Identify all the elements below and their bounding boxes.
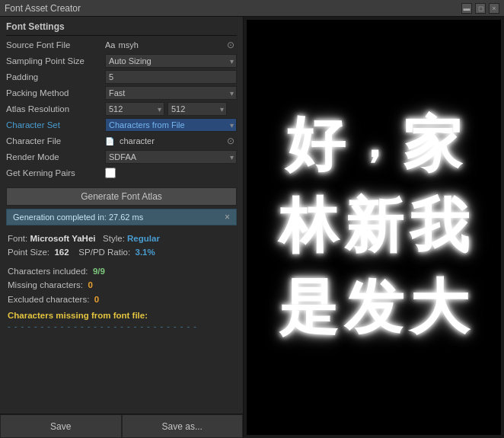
character-file-value: 📄 character ⊙ — [105, 135, 237, 147]
save-button[interactable]: Save — [0, 414, 122, 438]
font-name: Microsoft YaHei — [30, 234, 95, 243]
atlas-width-select[interactable]: 256512102420484096 — [105, 102, 164, 116]
missing-font-title: Characters missing from font file: — [8, 311, 235, 320]
render-mode-label: Render Mode — [6, 152, 105, 161]
char-comma: ， — [351, 111, 397, 173]
excluded-chars-label: Excluded characters: — [8, 295, 89, 304]
source-font-browse-button[interactable]: ⊙ — [225, 39, 237, 51]
character-file-icon: 📄 — [105, 137, 114, 145]
packing-method-select[interactable]: FastOptimal — [105, 86, 237, 100]
dashed-line: - - - - - - - - - - - - - - - - - - - - … — [8, 321, 235, 331]
kerning-pairs-row: Get Kerning Pairs — [0, 165, 243, 181]
missing-chars-line: Missing characters: 0 — [8, 278, 235, 292]
atlas-resolution-value: 256512102420484096 256512102420484096 — [105, 102, 237, 116]
source-font-row: Source Font File Aa msyh ⊙ — [0, 37, 243, 53]
char-fa: 发 — [344, 268, 404, 348]
font-info-line: Font: Microsoft YaHei Style: Regular — [8, 232, 235, 245]
sp-pd-label: SP/PD Ratio: — [78, 248, 130, 257]
atlas-width-select-wrapper: 256512102420484096 — [105, 102, 164, 116]
character-file-label: Character File — [6, 136, 105, 145]
font-settings-title: Font Settings — [0, 17, 243, 35]
sampling-size-row: Sampling Point Size Auto Sizing 8121624 … — [0, 53, 243, 69]
sp-pd-value: 3.1% — [135, 248, 155, 257]
right-panel: 好 ， 家 林 新 我 是 发 大 — [244, 17, 504, 438]
render-mode-row: Render Mode SmoothHinted SmoothHinted Mo… — [0, 149, 243, 165]
character-set-label[interactable]: Character Set — [6, 120, 105, 129]
character-set-select-wrapper: ASCIIExtended ASCIICharacters from File … — [105, 118, 237, 132]
sampling-size-select[interactable]: Auto Sizing 8121624 324864 — [105, 54, 237, 68]
form-area: Source Font File Aa msyh ⊙ Sampling Poin… — [0, 36, 243, 183]
sampling-size-label: Sampling Point Size — [6, 56, 105, 66]
source-font-label: Source Font File — [6, 40, 105, 50]
packing-method-row: Packing Method FastOptimal — [0, 85, 243, 101]
character-file-browse-button[interactable]: ⊙ — [225, 135, 237, 147]
chars-included-value: 9/9 — [93, 267, 105, 276]
save-as-button[interactable]: Save as... — [122, 414, 244, 438]
left-panel: Font Settings Source Font File Aa msyh ⊙… — [0, 17, 244, 438]
minimize-button[interactable]: ▬ — [461, 3, 472, 14]
atlas-resolution-row: Atlas Resolution 256512102420484096 2565… — [0, 101, 243, 117]
render-mode-value: SmoothHinted SmoothHinted MonoSDFAASDF8 … — [105, 150, 237, 164]
font-asset-creator-window: Font Asset Creator ▬ ◻ × Font Settings S… — [0, 0, 504, 438]
title-bar: Font Asset Creator ▬ ◻ × — [0, 0, 504, 17]
window-title: Font Asset Creator — [5, 3, 81, 14]
padding-row: Padding — [0, 69, 243, 85]
point-size-label: Point Size: — [8, 248, 49, 257]
excluded-chars-line: Excluded characters: 0 — [8, 293, 235, 306]
packing-method-select-wrapper: FastOptimal — [105, 86, 237, 100]
packing-method-label: Packing Method — [6, 88, 105, 98]
character-set-value: ASCIIExtended ASCIICharacters from File … — [105, 118, 237, 132]
char-shi: 是 — [279, 268, 338, 348]
character-file-row: Character File 📄 character ⊙ — [0, 133, 243, 149]
sampling-size-value: Auto Sizing 8121624 324864 — [105, 54, 237, 68]
char-lin: 林 — [279, 187, 338, 267]
font-label: Font: — [8, 234, 27, 243]
chars-included-line: Characters included: 9/9 — [8, 264, 235, 278]
render-mode-select[interactable]: SmoothHinted SmoothHinted MonoSDFAASDF8 … — [105, 150, 237, 164]
atlas-height-select-wrapper: 256512102420484096 — [167, 102, 227, 116]
atlas-height-select[interactable]: 256512102420484096 — [167, 102, 227, 116]
point-size-line: Point Size: 162 SP/PD Ratio: 3.1% — [8, 245, 235, 259]
preview-row-1: 好 ， 家 — [285, 105, 462, 185]
kerning-pairs-label: Get Kerning Pairs — [6, 168, 105, 177]
source-font-value: Aa msyh ⊙ — [105, 39, 237, 51]
character-set-select[interactable]: ASCIIExtended ASCIICharacters from File … — [105, 118, 237, 132]
padding-value — [105, 70, 237, 84]
preview-row-3: 是 发 大 — [279, 268, 469, 348]
char-wo: 我 — [410, 187, 469, 267]
status-close-button[interactable]: × — [225, 212, 230, 222]
restore-button[interactable]: ◻ — [475, 3, 486, 14]
style-value: Regular — [127, 234, 160, 243]
sampling-size-select-wrapper: Auto Sizing 8121624 324864 — [105, 54, 237, 68]
kerning-pairs-checkbox[interactable] — [105, 168, 116, 178]
status-bar: Generation completed in: 27.62 ms × — [6, 209, 237, 225]
source-font-name: msyh — [118, 40, 222, 50]
missing-chars-value: 0 — [88, 280, 92, 289]
style-label: Style: — [103, 234, 125, 243]
generate-button[interactable]: Generate Font Atlas — [6, 187, 237, 206]
bottom-buttons: Save Save as... — [0, 414, 243, 438]
kerning-pairs-value — [105, 168, 237, 178]
char-hao: 好 — [285, 105, 345, 185]
character-file-name: character — [120, 136, 222, 145]
chars-included-label: Characters included: — [8, 267, 88, 276]
info-panel: Font: Microsoft YaHei Style: Regular Poi… — [0, 229, 243, 414]
font-preview: 好 ， 家 林 新 我 是 发 大 — [247, 20, 501, 435]
packing-method-value: FastOptimal — [105, 86, 237, 100]
preview-canvas: 好 ， 家 林 新 我 是 发 大 — [247, 20, 501, 435]
padding-input[interactable] — [105, 70, 237, 84]
char-xin: 新 — [344, 187, 404, 267]
font-aa-icon: Aa — [105, 40, 115, 50]
preview-row-2: 林 新 我 — [279, 187, 469, 267]
char-da: 大 — [410, 268, 469, 348]
title-bar-controls: ▬ ◻ × — [461, 3, 499, 14]
char-jia: 家 — [403, 105, 462, 185]
close-button[interactable]: × — [489, 3, 499, 14]
atlas-resolution-label: Atlas Resolution — [6, 104, 105, 113]
status-text: Generation completed in: 27.62 ms — [13, 213, 225, 222]
character-set-row: Character Set ASCIIExtended ASCIICharact… — [0, 117, 243, 133]
point-size-value: 162 — [54, 248, 69, 257]
render-mode-select-wrapper: SmoothHinted SmoothHinted MonoSDFAASDF8 … — [105, 150, 237, 164]
missing-chars-label: Missing characters: — [8, 280, 83, 289]
padding-label: Padding — [6, 72, 105, 82]
